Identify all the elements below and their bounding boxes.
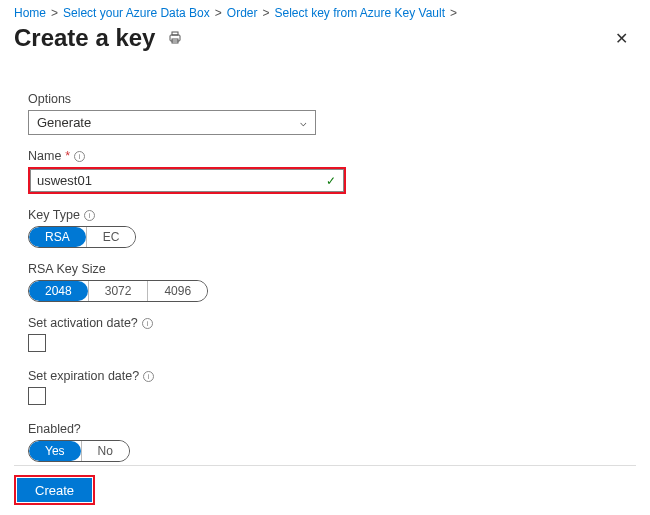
form: Options Generate ⌵ Name * i ✓ Key T (14, 72, 636, 462)
options-label: Options (28, 92, 71, 106)
enabled-no[interactable]: No (81, 441, 129, 461)
enabled-yes[interactable]: Yes (29, 441, 81, 461)
check-icon: ✓ (326, 174, 336, 188)
pin-icon[interactable] (167, 30, 183, 46)
keytype-ec[interactable]: EC (86, 227, 136, 247)
info-icon[interactable]: i (74, 151, 85, 162)
rsasize-4096[interactable]: 4096 (147, 281, 207, 301)
rsasize-toggle: 2048 3072 4096 (28, 280, 208, 302)
name-input[interactable] (30, 169, 344, 192)
create-button[interactable]: Create (17, 478, 92, 502)
breadcrumb-home[interactable]: Home (14, 6, 46, 20)
breadcrumb: Home > Select your Azure Data Box > Orde… (14, 6, 636, 20)
required-indicator: * (65, 149, 70, 163)
keytype-rsa[interactable]: RSA (29, 227, 86, 247)
activation-checkbox[interactable] (28, 334, 46, 352)
breadcrumb-databox[interactable]: Select your Azure Data Box (63, 6, 210, 20)
breadcrumb-keyvault[interactable]: Select key from Azure Key Vault (275, 6, 446, 20)
name-label: Name (28, 149, 61, 163)
footer: Create (14, 465, 636, 505)
enabled-toggle: Yes No (28, 440, 130, 462)
breadcrumb-sep: > (215, 6, 222, 20)
options-value: Generate (37, 115, 91, 130)
svg-rect-1 (172, 32, 178, 35)
page-title: Create a key (14, 24, 155, 52)
rsasize-label: RSA Key Size (28, 262, 106, 276)
info-icon[interactable]: i (84, 210, 95, 221)
breadcrumb-sep: > (51, 6, 58, 20)
keytype-toggle: RSA EC (28, 226, 136, 248)
keytype-label: Key Type (28, 208, 80, 222)
breadcrumb-order[interactable]: Order (227, 6, 258, 20)
breadcrumb-sep: > (450, 6, 457, 20)
rsasize-2048[interactable]: 2048 (29, 281, 88, 301)
expiration-checkbox[interactable] (28, 387, 46, 405)
expiration-label: Set expiration date? (28, 369, 139, 383)
close-icon[interactable]: ✕ (609, 30, 634, 48)
rsasize-3072[interactable]: 3072 (88, 281, 148, 301)
chevron-down-icon: ⌵ (300, 116, 307, 129)
info-icon[interactable]: i (142, 318, 153, 329)
enabled-label: Enabled? (28, 422, 81, 436)
options-select[interactable]: Generate ⌵ (28, 110, 316, 135)
info-icon[interactable]: i (143, 371, 154, 382)
activation-label: Set activation date? (28, 316, 138, 330)
breadcrumb-sep: > (262, 6, 269, 20)
